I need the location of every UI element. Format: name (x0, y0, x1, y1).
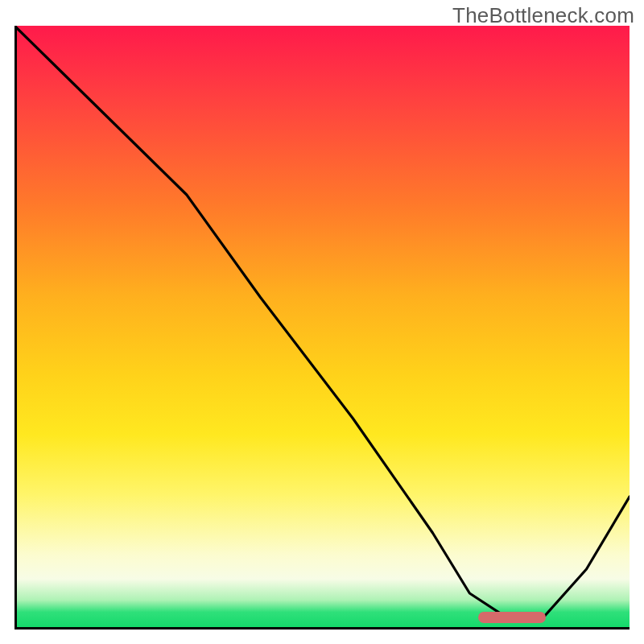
chart-stage: TheBottleneck.com (0, 0, 644, 644)
line-plot-svg (14, 26, 630, 630)
bottleneck-curve-path (14, 26, 630, 617)
watermark-text: TheBottleneck.com (452, 3, 634, 28)
optimal-range-marker (478, 612, 546, 623)
